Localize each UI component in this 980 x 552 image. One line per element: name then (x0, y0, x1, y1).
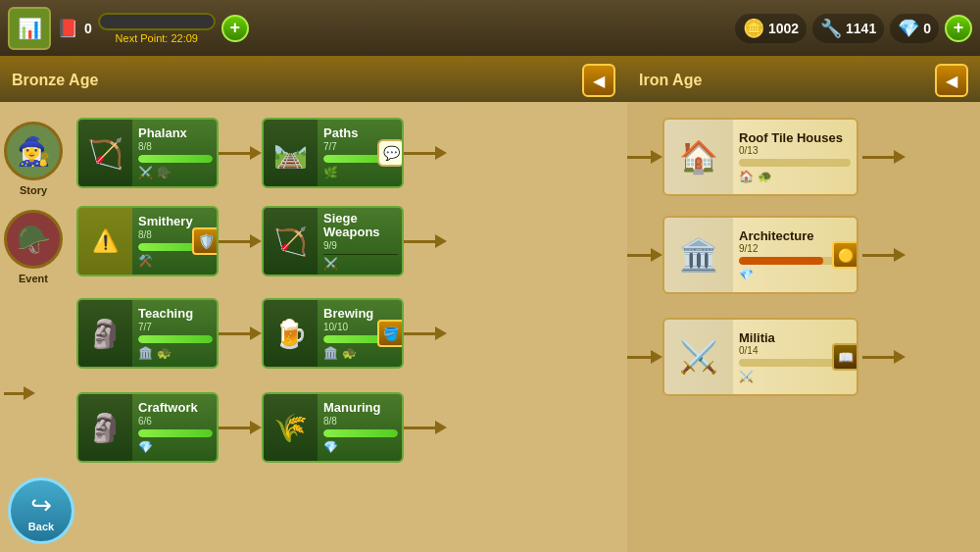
smithery-card[interactable]: ⚠️ Smithery 8/8 ⚒️ 🛡️ (76, 206, 219, 276)
main-area: Bronze Age ◀ 🧙‍♀️ Story 🪖 Event (0, 59, 980, 552)
gem-value: 0 (923, 21, 931, 36)
roof-tile-bg: 🏠 (664, 120, 733, 194)
craftwork-card[interactable]: 🗿 Craftwork 6/6 💎 (76, 392, 219, 463)
siege-content: Siege Weapons 9/9 ⚔️ (318, 208, 402, 275)
gem-add-button[interactable]: + (945, 15, 972, 42)
brewing-bg: 🍺 (264, 300, 318, 367)
iron-tree-content: 🏠 Roof Tile Houses 0/13 🏠🐢 (627, 102, 980, 552)
arch-gold-badge: 🟡 (832, 241, 858, 269)
smithery-arrow (219, 234, 262, 248)
roof-tile-houses-card[interactable]: 🏠 Roof Tile Houses 0/13 🏠🐢 (662, 118, 858, 196)
brewing-card[interactable]: 🍺 Brewing 10/10 🏛️🐢 🪣 (262, 298, 404, 369)
siege-count: 9/9 (323, 240, 398, 251)
left-entry-arrow (4, 386, 35, 400)
teaching-card[interactable]: 🗿 Teaching 7/7 🏛️🐢 (76, 298, 219, 369)
phalanx-bg: 🏹 (78, 120, 132, 186)
militia-exit-arrow (862, 350, 906, 364)
back-arrow-icon: ↩ (30, 490, 52, 521)
teaching-name: Teaching (138, 307, 213, 321)
manuring-card[interactable]: 🌾 Manuring 8/8 💎 (262, 392, 404, 463)
militia-card[interactable]: ⚔️ Militia 0/14 ⚔️ 📖 (662, 318, 858, 396)
phalanx-card[interactable]: 🏹 Phalanx 8/8 ⚔️🪖 (76, 118, 219, 188)
manuring-icons: 💎 (323, 440, 398, 454)
tools-value: 1141 (846, 21, 876, 36)
craftwork-progress (138, 429, 213, 437)
row-craftwork: 🗿 Craftwork 6/6 💎 (76, 392, 453, 463)
phalanx-progress (138, 155, 213, 163)
roof-entry-arrow (627, 150, 662, 164)
manuring-fill (323, 429, 398, 437)
food-value: 1002 (768, 21, 799, 36)
craftwork-icons: 💎 (138, 440, 213, 454)
gem-icon: 💎 (898, 18, 919, 39)
story-avatar: 🧙‍♀️ (4, 122, 63, 180)
bronze-tree-content: 🧙‍♀️ Story 🪖 Event 🏹 Phalanx (0, 102, 627, 552)
teaching-bg: 🗿 (78, 300, 132, 367)
iron-age-header: Iron Age ◀ (627, 59, 980, 102)
paths-icons: 🌿 (323, 166, 398, 179)
manuring-exit-arrow (404, 421, 447, 434)
siege-name: Siege Weapons (323, 212, 398, 240)
manuring-bg: 🌾 (264, 394, 318, 461)
brewing-bucket-badge: 🪣 (377, 320, 404, 347)
manuring-progress (323, 429, 398, 437)
craftwork-arrow (219, 421, 262, 434)
iron-age-back-button[interactable]: ◀ (935, 64, 968, 97)
smithery-shield-badge: 🛡️ (192, 227, 219, 255)
phalanx-content: Phalanx 8/8 ⚔️🪖 (132, 120, 217, 186)
arch-bg: 🏛️ (664, 218, 733, 292)
event-character: 🪖 Event (4, 210, 63, 284)
phalanx-icons: ⚔️🪖 (138, 166, 213, 179)
row-roof-tile: 🏠 Roof Tile Houses 0/13 🏠🐢 (627, 118, 906, 196)
row-smithery: ⚠️ Smithery 8/8 ⚒️ 🛡️ (76, 206, 453, 276)
smithery-bg: ⚠️ (78, 208, 132, 275)
event-avatar: 🪖 (4, 210, 63, 269)
row-militia: ⚔️ Militia 0/14 ⚔️ 📖 (627, 318, 906, 396)
book-icon: 📕 (57, 18, 78, 39)
bronze-age-header: Bronze Age ◀ (0, 59, 627, 102)
manuring-content: Manuring 8/8 💎 (318, 394, 402, 461)
arch-exit-arrow (862, 248, 906, 262)
bronze-age-title: Bronze Age (12, 72, 574, 89)
right-panel: Iron Age ◀ 🏠 Roof Tile Houses 0/13 (627, 59, 980, 552)
roof-tile-count: 0/13 (739, 145, 851, 156)
roof-tile-progress (739, 159, 851, 167)
teaching-count: 7/7 (138, 322, 213, 332)
roof-exit-arrow (862, 150, 906, 164)
teaching-progress (138, 335, 213, 343)
stats-icon: 📊 (18, 17, 42, 40)
xp-add-button[interactable]: + (221, 15, 249, 42)
stats-button[interactable]: 📊 (8, 7, 51, 50)
arch-fill (739, 257, 823, 265)
siege-weapons-card[interactable]: 🏹 Siege Weapons 9/9 ⚔️ (262, 206, 404, 276)
gem-resource: 💎 0 (890, 14, 939, 43)
paths-bg: 🛤️ (264, 120, 318, 186)
craftwork-count: 6/6 (138, 416, 213, 427)
roof-tile-icons: 🏠🐢 (739, 170, 851, 183)
left-panel: Bronze Age ◀ 🧙‍♀️ Story 🪖 Event (0, 59, 627, 552)
teaching-arrow (219, 326, 262, 340)
militia-entry-arrow (627, 350, 662, 364)
roof-tile-name: Roof Tile Houses (739, 130, 851, 145)
back-button[interactable]: ↩ Back (8, 477, 74, 544)
topbar: 📊 📕 0 Next Point: 22:09 + 🪙 1002 🔧 1141 … (0, 0, 980, 59)
architecture-card[interactable]: 🏛️ Architecture 9/12 💎 🟡 (662, 216, 858, 294)
bronze-age-back-button[interactable]: ◀ (582, 64, 615, 97)
craftwork-fill (138, 429, 213, 437)
manuring-name: Manuring (323, 401, 398, 415)
craftwork-name: Craftwork (138, 401, 213, 415)
story-label: Story (20, 184, 47, 196)
tools-icon: 🔧 (820, 18, 842, 39)
teaching-icons: 🏛️🐢 (138, 346, 213, 360)
xp-bar (98, 13, 216, 30)
xp-timer: Next Point: 22:09 (116, 32, 198, 44)
food-resource: 🪙 1002 (735, 14, 807, 43)
manuring-count: 8/8 (323, 416, 398, 427)
siege-exit-arrow (404, 234, 447, 248)
paths-card[interactable]: 🛤️ Paths 7/7 🌿 💬 (262, 118, 404, 188)
event-label: Event (19, 273, 48, 284)
food-icon: 🪙 (743, 18, 764, 39)
story-character: 🧙‍♀️ Story (4, 122, 63, 196)
paths-chat-badge: 💬 (377, 139, 404, 167)
teaching-fill (138, 335, 213, 343)
